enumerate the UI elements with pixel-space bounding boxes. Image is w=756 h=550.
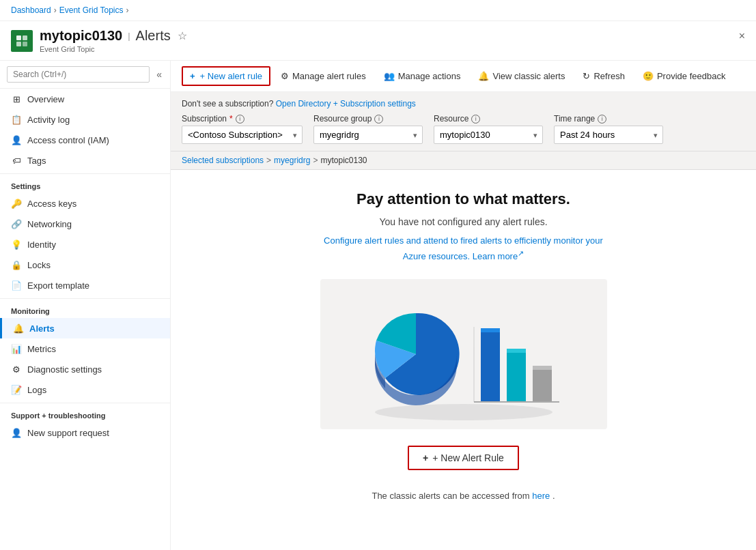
sidebar-item-export-template[interactable]: 📄 Export template	[0, 275, 170, 295]
resource-field: Resource i mytopic0130	[434, 114, 543, 144]
filter-bar: Don't see a subscription? Open Directory…	[171, 92, 756, 151]
refresh-button[interactable]: ↻ Refresh	[575, 67, 632, 85]
manage-alert-rules-label: Manage alert rules	[292, 71, 366, 81]
svg-rect-3	[23, 42, 27, 46]
log-icon: 📋	[11, 114, 22, 125]
bottom-text: The classic alerts can be accessed from …	[184, 491, 742, 501]
lock-icon: 🔒	[11, 259, 22, 270]
cta-plus-icon: +	[423, 452, 428, 463]
header-separator: |	[128, 31, 130, 41]
main-subtitle: You have not configured any alert rules.	[184, 216, 742, 227]
subscription-select[interactable]: <Contoso Subscription>	[182, 126, 303, 144]
sidebar-item-metrics[interactable]: 📊 Metrics	[0, 338, 170, 359]
sidebar-section-settings: Settings	[0, 173, 170, 193]
subscription-info-icon[interactable]: i	[236, 115, 244, 124]
manage-actions-icon: 👥	[384, 71, 395, 81]
support-icon: 👤	[11, 427, 22, 438]
plus-icon: +	[190, 71, 195, 81]
manage-alert-rules-button[interactable]: ⚙ Manage alert rules	[273, 67, 374, 85]
sidebar-item-alerts[interactable]: 🔔 Alerts	[0, 318, 170, 338]
time-range-select[interactable]: Past 1 hour Past 6 hours Past 24 hours P…	[554, 126, 663, 144]
resource-group-select-wrapper: myegridrg	[313, 126, 423, 144]
sidebar-item-new-support-request[interactable]: 👤 New support request	[0, 422, 170, 443]
open-directory-link[interactable]: Open Directory + Subscription settings	[276, 99, 416, 108]
external-link-icon: ↗	[518, 249, 524, 257]
sidebar-item-access-keys[interactable]: 🔑 Access keys	[0, 193, 170, 214]
resource-select[interactable]: mytopic0130	[434, 126, 543, 144]
sidebar-item-overview[interactable]: ⊞ Overview	[0, 89, 170, 109]
path-sep-2: >	[313, 156, 318, 165]
close-button[interactable]: ×	[739, 31, 745, 42]
key-icon: 🔑	[11, 198, 22, 209]
manage-actions-button[interactable]: 👥 Manage actions	[376, 67, 468, 85]
tag-icon: 🏷	[11, 155, 22, 166]
provide-feedback-label: Provide feedback	[657, 71, 725, 81]
identity-icon: 💡	[11, 239, 22, 250]
resource-type: Event Grid Topic	[40, 45, 187, 53]
svg-rect-5	[481, 330, 500, 402]
filter-notice: Don't see a subscription? Open Directory…	[182, 99, 745, 108]
new-alert-rule-button[interactable]: + + New alert rule	[182, 66, 270, 86]
breadcrumb-event-grid-topics[interactable]: Event Grid Topics	[59, 5, 124, 15]
path-row: Selected subscriptions > myegridrg > myt…	[171, 151, 756, 170]
provide-feedback-button[interactable]: 🙂 Provide feedback	[635, 67, 733, 85]
sidebar-label-locks: Locks	[27, 260, 51, 270]
resource-icon	[11, 30, 33, 52]
metrics-icon: 📊	[11, 343, 22, 354]
sidebar-item-networking[interactable]: 🔗 Networking	[0, 214, 170, 234]
sidebar-search-container: «	[0, 61, 170, 89]
learn-more-link[interactable]: Learn more↗	[473, 251, 524, 261]
resource-info-icon[interactable]: i	[471, 115, 480, 124]
resource-select-wrapper: mytopic0130	[434, 126, 543, 144]
svg-rect-9	[533, 368, 552, 402]
new-alert-rule-cta-container: + + New Alert Rule	[184, 446, 742, 484]
sidebar-item-activity-log[interactable]: 📋 Activity log	[0, 109, 170, 130]
sidebar-item-locks[interactable]: 🔒 Locks	[0, 255, 170, 275]
filter-row: Subscription * i <Contoso Subscription> …	[182, 114, 745, 144]
classic-alerts-link[interactable]: here	[532, 491, 550, 501]
resource-group-select[interactable]: myegridrg	[313, 126, 423, 144]
content-area: + + New alert rule ⚙ Manage alert rules …	[171, 61, 756, 550]
resource-name: mytopic0130	[40, 28, 122, 44]
feedback-icon: 🙂	[643, 71, 654, 81]
sidebar-item-iam[interactable]: 👤 Access control (IAM)	[0, 130, 170, 150]
view-classic-alerts-label: View classic alerts	[492, 71, 565, 81]
sidebar-label-metrics: Metrics	[27, 344, 56, 354]
svg-rect-10	[533, 366, 552, 370]
sidebar: « ⊞ Overview 📋 Activity log 👤 Access con…	[0, 61, 171, 550]
sidebar-item-tags[interactable]: 🏷 Tags	[0, 150, 170, 171]
path-resource: mytopic0130	[320, 156, 367, 165]
sidebar-label-overview: Overview	[27, 94, 64, 104]
grid-icon: ⊞	[11, 93, 22, 104]
time-range-info-icon[interactable]: i	[598, 115, 606, 124]
new-alert-rule-cta-button[interactable]: + + New Alert Rule	[408, 446, 519, 470]
sidebar-item-identity[interactable]: 💡 Identity	[0, 234, 170, 255]
toolbar: + + New alert rule ⚙ Manage alert rules …	[171, 61, 756, 92]
svg-rect-7	[507, 351, 526, 402]
search-input[interactable]	[7, 66, 150, 83]
path-selected-subscriptions[interactable]: Selected subscriptions	[182, 156, 264, 165]
breadcrumb-dashboard[interactable]: Dashboard	[11, 5, 51, 15]
resource-group-info-icon[interactable]: i	[374, 115, 383, 124]
sidebar-collapse-button[interactable]: «	[155, 68, 163, 81]
filter-notice-text: Don't see a subscription?	[182, 99, 273, 108]
view-classic-alerts-button[interactable]: 🔔 View classic alerts	[471, 67, 572, 85]
resource-group-label: Resource group i	[313, 114, 423, 124]
time-range-select-wrapper: Past 1 hour Past 6 hours Past 24 hours P…	[554, 126, 663, 144]
path-resource-group[interactable]: myegridrg	[274, 156, 310, 165]
path-sep-1: >	[266, 156, 271, 165]
sidebar-label-new-support-request: New support request	[27, 428, 109, 438]
subscription-select-wrapper: <Contoso Subscription>	[182, 126, 303, 144]
breadcrumb: Dashboard › Event Grid Topics ›	[0, 0, 756, 21]
sidebar-label-activity-log: Activity log	[27, 115, 70, 125]
sidebar-section-monitoring: Monitoring	[0, 298, 170, 318]
sidebar-item-logs[interactable]: 📝 Logs	[0, 379, 170, 400]
time-range-label: Time range i	[554, 114, 663, 124]
sidebar-label-tags: Tags	[27, 156, 46, 166]
svg-rect-0	[16, 35, 21, 40]
sidebar-label-access-keys: Access keys	[27, 199, 76, 209]
svg-rect-8	[507, 349, 526, 353]
sidebar-label-identity: Identity	[27, 240, 56, 250]
pin-icon[interactable]: ☆	[178, 29, 187, 42]
sidebar-item-diagnostic-settings[interactable]: ⚙ Diagnostic settings	[0, 359, 170, 379]
